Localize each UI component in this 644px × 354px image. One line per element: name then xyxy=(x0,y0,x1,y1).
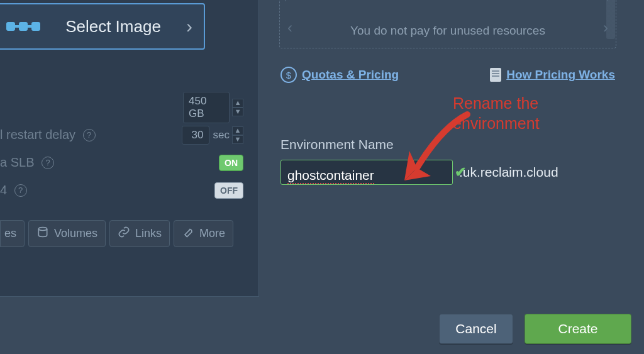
environment-name-row: ghostcontainer ✔ .uk.reclaim.cloud xyxy=(280,160,558,185)
svg-point-0 xyxy=(38,228,47,231)
quotas-pricing-link[interactable]: $ Quotas & Pricing xyxy=(280,67,399,83)
restart-delay-row: l restart delay ? 30 sec ▲ ▼ xyxy=(0,121,258,149)
restart-delay-stepper[interactable]: ▲ ▼ xyxy=(232,126,243,144)
tab-links[interactable]: Links xyxy=(109,220,170,247)
create-button[interactable]: Create xyxy=(525,314,631,344)
help-icon[interactable]: ? xyxy=(42,157,54,169)
ipv4-row: 4 ? OFF xyxy=(0,177,258,204)
environment-name-input[interactable] xyxy=(287,164,455,180)
restart-delay-value: 30 xyxy=(182,126,209,145)
restart-delay-label: l restart delay ? xyxy=(0,128,174,143)
disk-value: 450 GB xyxy=(183,92,230,123)
nodes-chain-icon xyxy=(6,22,40,31)
stepper-up-icon[interactable]: ▲ xyxy=(232,99,243,108)
topology-dialog: Select Image › 450 GB ▲ ▼ l restart dela… xyxy=(0,0,644,354)
left-panel: Select Image › 450 GB ▲ ▼ l restart dela… xyxy=(0,0,259,297)
chevron-right-icon: › xyxy=(186,16,192,37)
node-tabs: es Volumes Links More xyxy=(0,220,233,247)
domain-suffix: .uk.reclaim.cloud xyxy=(459,165,558,180)
disk-spinner[interactable]: 450 GB ▲ ▼ xyxy=(183,92,243,123)
dialog-footer: Cancel Create xyxy=(439,314,631,344)
pricing-links-row: $ Quotas & Pricing How Pricing Works xyxy=(280,67,615,83)
right-panel: ‹ › You do not pay for unused resources … xyxy=(272,0,624,296)
environment-name-label: Environment Name xyxy=(280,137,394,152)
unused-resources-note: You do not pay for unused resources xyxy=(280,24,616,38)
tab-more[interactable]: More xyxy=(174,220,233,247)
how-pricing-works-link[interactable]: How Pricing Works xyxy=(490,68,615,82)
select-image-label: Select Image xyxy=(40,17,186,36)
select-image-row[interactable]: Select Image › xyxy=(0,3,205,50)
node-settings: 450 GB ▲ ▼ l restart delay ? 30 sec xyxy=(0,94,258,204)
stepper-down-icon[interactable]: ▼ xyxy=(232,135,243,144)
cancel-button[interactable]: Cancel xyxy=(439,314,513,344)
slb-label: a SLB ? xyxy=(0,155,219,170)
disk-setting-row: 450 GB ▲ ▼ xyxy=(0,94,258,121)
disk-icon xyxy=(36,226,49,241)
slb-toggle[interactable]: ON xyxy=(219,155,243,171)
link-icon xyxy=(118,226,130,241)
disk-stepper[interactable]: ▲ ▼ xyxy=(232,99,243,116)
ipv4-label: 4 ? xyxy=(0,183,214,198)
stepper-down-icon[interactable]: ▼ xyxy=(232,108,243,116)
wrench-icon xyxy=(182,226,194,241)
help-icon[interactable]: ? xyxy=(83,129,96,141)
usage-scale xyxy=(285,0,608,1)
usage-card: ‹ › You do not pay for unused resources xyxy=(279,0,616,48)
tab-volumes[interactable]: Volumes xyxy=(28,220,106,247)
ipv4-toggle[interactable]: OFF xyxy=(214,182,243,199)
help-icon[interactable]: ? xyxy=(14,184,27,197)
slb-row: a SLB ? ON xyxy=(0,149,258,177)
dollar-icon: $ xyxy=(280,67,297,83)
environment-name-field-wrap[interactable]: ghostcontainer ✔ xyxy=(280,160,453,185)
stepper-up-icon[interactable]: ▲ xyxy=(232,126,243,135)
document-icon xyxy=(490,68,501,82)
restart-delay-unit: sec xyxy=(213,129,230,141)
restart-delay-spinner[interactable]: 30 sec ▲ ▼ xyxy=(174,126,243,145)
tab-variables[interactable]: es xyxy=(0,220,25,247)
